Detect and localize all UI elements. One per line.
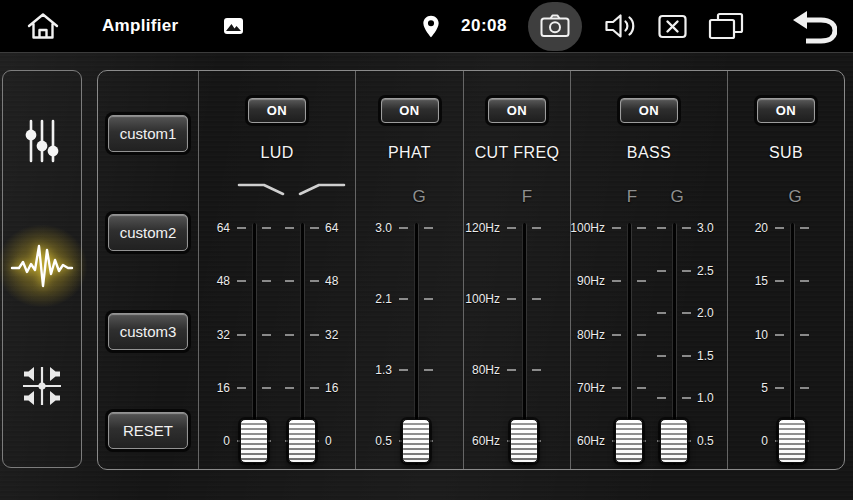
close-app-icon[interactable] [658,14,687,39]
phat-slider-knob[interactable] [402,419,430,463]
reset-button[interactable]: RESET [108,412,188,449]
tick-dash [637,334,646,336]
tick-dash [507,369,516,371]
sub-slider-knob[interactable] [778,419,806,463]
sidebar-item-sound-effects[interactable] [10,236,74,296]
column-phat: ONPHATG3.02.11.30.5 [355,71,463,469]
cutfreq-tick-label: 120Hz [454,221,500,235]
cutfreq-slider-knob[interactable] [510,419,538,463]
tick-dash [637,227,646,229]
tick-dash [310,387,319,389]
tick-dash [775,387,784,389]
volume-icon[interactable] [603,11,637,41]
tick-dash [612,280,621,282]
lud-tick-label: 16 [184,381,230,395]
waveform-icon [10,240,74,292]
cutfreq-tick-label: 80Hz [454,363,500,377]
tick-dash [800,334,809,336]
cutfreq-param-f: F [522,187,532,207]
presets-column: custom1 custom2 custom3 RESET [98,71,198,469]
tick-dash [310,280,319,282]
column-lud: ONLUD644832160644832160 [198,71,355,469]
tick-dash [399,369,408,371]
amplifier-screen: Amplifier 20:08 [0,0,853,500]
tick-dash [800,280,809,282]
tick-dash [237,227,246,229]
bass-slider-knob[interactable] [615,419,643,463]
bass-tick-label: 90Hz [559,274,605,288]
lud-tick-label: 64 [184,221,230,235]
eq-sliders-icon [23,118,61,164]
cutfreq-tick-label: 60Hz [454,434,500,448]
tick-dash [507,298,516,300]
tick-dash [262,334,271,336]
sub-on-button[interactable]: ON [757,98,815,123]
cutfreq-on-button[interactable]: ON [488,98,546,123]
lud-title: LUD [199,144,355,162]
column-sub: ONSUBG20151050 [727,71,844,469]
tick-dash [262,280,271,282]
tick-dash [285,280,294,282]
sidebar-item-speaker-fader[interactable] [10,356,74,416]
lud-slider-knob[interactable] [240,419,268,463]
bass-on-button[interactable]: ON [620,98,678,123]
gallery-icon[interactable] [224,18,243,34]
sidebar [2,70,82,468]
lud-on-button[interactable]: ON [248,98,306,123]
sub-tick-label: 10 [722,328,768,342]
tick-dash [310,227,319,229]
tick-dash [800,387,809,389]
tick-dash [399,298,408,300]
sub-tick-label: 20 [722,221,768,235]
bass-tick-label: 100Hz [559,221,605,235]
tick-dash [310,334,319,336]
home-icon[interactable] [26,11,60,41]
sub-title: SUB [728,144,844,162]
tick-dash [237,387,246,389]
lf-cut-curve-icon [297,181,347,201]
tick-dash [775,227,784,229]
tick-dash [657,270,666,272]
sub-param-g: G [788,187,801,207]
back-icon[interactable] [791,8,837,44]
phat-tick-label: 1.3 [346,363,392,377]
clock: 20:08 [461,16,507,36]
speaker-fader-icon [18,362,66,410]
bass-param-g: G [670,187,683,207]
phat-title: PHAT [356,144,463,162]
bass-title: BASS [571,144,727,162]
preset-custom1-button[interactable]: custom1 [108,115,188,152]
bass-tick-label: 70Hz [559,381,605,395]
statusbar-left-group: Amplifier [0,11,243,41]
cutfreq-title: CUT FREQ [464,144,570,162]
bass-tick-label: 80Hz [559,328,605,342]
recent-apps-icon[interactable] [708,12,744,40]
bass-param-f: F [627,187,637,207]
tick-dash [285,387,294,389]
lud-slider-knob[interactable] [288,419,316,463]
tick-dash [682,355,691,357]
tick-dash [237,280,246,282]
tick-dash [682,227,691,229]
camera-icon[interactable] [528,2,582,51]
tick-dash [424,369,433,371]
tick-dash [775,280,784,282]
tick-dash [800,227,809,229]
tick-dash [612,334,621,336]
phat-on-button[interactable]: ON [381,98,439,123]
phat-tick-label: 3.0 [346,221,392,235]
sidebar-item-equalizer[interactable] [10,111,74,171]
bass-slider-knob[interactable] [660,419,688,463]
tick-dash [612,227,621,229]
lud-tick-label: 32 [184,328,230,342]
tick-dash [657,312,666,314]
tick-dash [682,270,691,272]
preset-custom2-button[interactable]: custom2 [108,214,188,251]
tick-dash [285,334,294,336]
tick-dash [399,227,408,229]
preset-custom3-button[interactable]: custom3 [108,313,188,350]
tick-dash [532,298,541,300]
sub-tick-label: 15 [722,274,768,288]
lud-tick-label: 48 [184,274,230,288]
phat-tick-label: 2.1 [346,292,392,306]
